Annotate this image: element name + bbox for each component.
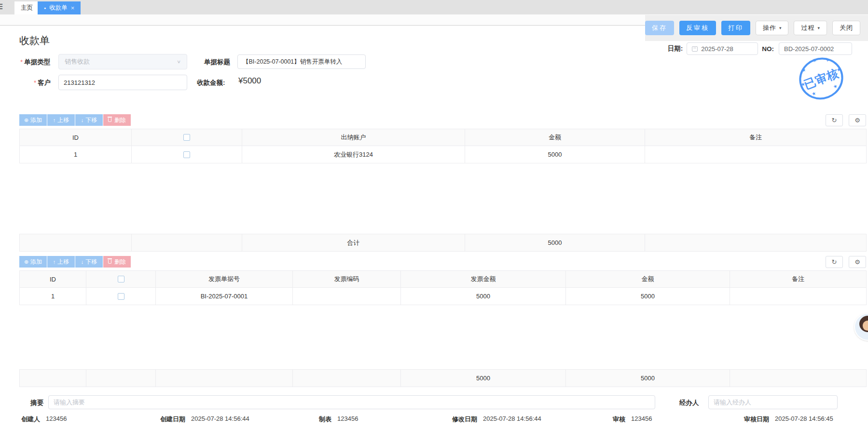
- col-header-amount: 金额: [465, 129, 645, 146]
- select-all-checkbox[interactable]: [183, 134, 190, 141]
- no-field[interactable]: [779, 42, 852, 55]
- col-header-checkbox: [86, 271, 156, 288]
- agent-input[interactable]: [708, 395, 838, 409]
- refresh-button[interactable]: ↻: [826, 256, 843, 268]
- move-up-button[interactable]: ↑ 上移: [47, 114, 75, 126]
- col-header-id: ID: [20, 271, 86, 288]
- tab-home[interactable]: 主页: [14, 1, 39, 14]
- date-input[interactable]: [701, 45, 753, 53]
- tab-receipt-label: 收款单: [49, 4, 68, 12]
- grid-right-tools: ↻ ⚙: [826, 114, 866, 126]
- cell-invoice-no[interactable]: BI-2025-07-0001: [156, 288, 293, 305]
- empty-area: [20, 305, 867, 370]
- cell-checkbox: [132, 146, 242, 163]
- footer-tabulator: 制表 123456: [319, 415, 358, 424]
- col-header-remark: 备注: [645, 129, 867, 146]
- delete-row-button[interactable]: 删除: [103, 256, 131, 268]
- amount-value: ¥5000: [238, 76, 261, 86]
- chevron-down-icon: ▾: [779, 26, 782, 30]
- doc-type-select[interactable]: 销售收款 ∨: [58, 54, 187, 69]
- unaudit-button[interactable]: 反审核: [679, 21, 716, 35]
- invoice-grid-section: ⊕ 添加 ↑ 上移 ↓ 下移 删除 ↻ ⚙: [19, 256, 866, 387]
- row-checkbox[interactable]: [118, 293, 124, 300]
- total-invoice-amount: 5000: [401, 370, 566, 387]
- account-grid-toolbar: ⊕ 添加 ↑ 上移 ↓ 下移 删除 ↻ ⚙: [19, 114, 866, 126]
- trash-icon: [108, 260, 111, 264]
- footer-modify-date: 修改日期 2025-07-28 14:56:44: [452, 415, 541, 424]
- doc-type-value: 销售收款: [65, 57, 90, 66]
- doc-title-input[interactable]: [237, 54, 366, 69]
- customer-input[interactable]: [58, 75, 187, 90]
- header-row: ID 出纳账户 金额 备注: [20, 129, 867, 146]
- process-label: 过程: [801, 24, 814, 32]
- arrow-down-icon: ↓: [81, 259, 84, 265]
- receipt-form-page: ☰ 主页 ● 收款单 × 保存 反审核 打印 操作 ▾ 过程 ▾ 关闭 日期: …: [0, 0, 868, 429]
- date-label: 日期:: [668, 44, 683, 53]
- add-row-button[interactable]: ⊕ 添加: [19, 256, 47, 268]
- date-field[interactable]: [687, 42, 758, 55]
- refresh-button[interactable]: ↻: [826, 114, 843, 126]
- required-marker: *: [20, 58, 23, 66]
- select-all-checkbox[interactable]: [118, 276, 124, 282]
- page-title: 收款单: [19, 34, 50, 47]
- footer-auditor: 审核 123456: [613, 415, 652, 424]
- row-checkbox[interactable]: [183, 151, 190, 158]
- print-button[interactable]: 打印: [721, 21, 750, 35]
- cell-account[interactable]: 农业银行3124: [242, 146, 465, 163]
- cell-remark[interactable]: [730, 288, 867, 305]
- col-header-id: ID: [20, 129, 132, 146]
- agent-label: 经办人: [679, 399, 699, 407]
- cell-invoice-amount[interactable]: 5000: [401, 288, 566, 305]
- grid-settings-button[interactable]: ⚙: [849, 256, 866, 268]
- tab-bar: ☰ 主页 ● 收款单 ×: [0, 0, 868, 14]
- cell-invoice-code[interactable]: [293, 288, 401, 305]
- col-header-invoice-code: 发票编码: [293, 271, 401, 288]
- no-input[interactable]: [784, 45, 847, 53]
- active-dot-icon: ●: [44, 6, 46, 10]
- menu-icon[interactable]: ☰: [0, 2, 3, 11]
- cell-amount[interactable]: 5000: [566, 288, 730, 305]
- delete-row-button[interactable]: 删除: [103, 114, 131, 126]
- action-panel: 保存 反审核 打印 操作 ▾ 过程 ▾ 关闭: [645, 15, 868, 41]
- tab-receipt-active[interactable]: ● 收款单 ×: [38, 1, 81, 14]
- account-table: ID 出纳账户 金额 备注 1 农业银行3124 5000 合计 5000: [19, 129, 867, 252]
- footer-creator: 创建人 123456: [21, 415, 67, 424]
- operation-dropdown-button[interactable]: 操作 ▾: [756, 21, 789, 35]
- add-row-button[interactable]: ⊕ 添加: [19, 114, 47, 126]
- arrow-up-icon: ↑: [53, 118, 56, 123]
- refresh-icon: ↻: [832, 117, 837, 124]
- tab-close-icon[interactable]: ×: [71, 4, 75, 12]
- grid-settings-button[interactable]: ⚙: [849, 114, 866, 126]
- account-grid-section: ⊕ 添加 ↑ 上移 ↓ 下移 删除 ↻ ⚙: [19, 114, 866, 252]
- secondary-strip: [0, 14, 649, 26]
- arrow-down-icon: ↓: [81, 118, 84, 123]
- col-header-remark: 备注: [730, 271, 867, 288]
- cell-amount[interactable]: 5000: [465, 146, 645, 163]
- total-label: 合计: [242, 234, 465, 252]
- total-row: 合计 5000: [20, 234, 867, 252]
- avatar-face: [863, 321, 868, 331]
- plus-icon: ⊕: [24, 118, 28, 123]
- gear-icon: ⚙: [854, 258, 860, 266]
- process-dropdown-button[interactable]: 过程 ▾: [794, 21, 827, 35]
- move-up-button[interactable]: ↑ 上移: [47, 256, 75, 268]
- col-header-invoice-amount: 发票金额: [401, 271, 566, 288]
- arrow-up-icon: ↑: [53, 259, 56, 265]
- move-down-button[interactable]: ↓ 下移: [75, 256, 103, 268]
- doc-type-label: *单据类型: [20, 58, 50, 67]
- footer-audit-date: 审核日期 2025-07-28 14:56:45: [744, 415, 833, 424]
- total-amount: 5000: [566, 370, 730, 387]
- close-button[interactable]: 关闭: [832, 21, 860, 35]
- invoice-table: ID 发票单据号 发票编码 发票金额 金额 备注 1 BI-2025-07-00…: [19, 270, 867, 387]
- cell-remark[interactable]: [645, 146, 867, 163]
- doc-title-label: 单据标题: [204, 58, 230, 67]
- save-button[interactable]: 保存: [645, 21, 674, 35]
- move-down-button[interactable]: ↓ 下移: [75, 114, 103, 126]
- no-label: NO:: [762, 45, 774, 53]
- summary-input[interactable]: [48, 395, 655, 409]
- cell-id: 1: [20, 288, 86, 305]
- chevron-down-icon: ∨: [177, 59, 181, 65]
- calendar-icon: [692, 46, 698, 52]
- trash-icon: [108, 118, 111, 122]
- col-header-account: 出纳账户: [242, 129, 465, 146]
